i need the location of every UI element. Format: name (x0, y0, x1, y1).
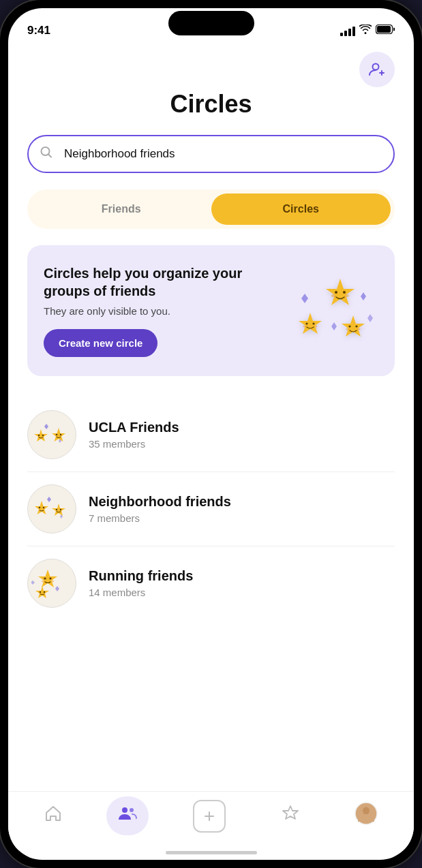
svg-point-20 (39, 507, 41, 509)
circle-info-neighborhood: Neighborhood friends 7 members (89, 494, 395, 524)
svg-point-15 (357, 328, 361, 330)
stars-illustration (283, 273, 378, 348)
svg-point-19 (60, 434, 62, 436)
status-time: 9:41 (27, 24, 50, 37)
list-item[interactable]: Neighborhood friends 7 members (27, 472, 395, 546)
info-card: Circles help you organize your groups of… (27, 245, 395, 376)
svg-point-26 (42, 580, 44, 583)
svg-point-23 (60, 509, 61, 510)
add-user-button[interactable] (359, 52, 395, 87)
svg-point-27 (51, 580, 54, 583)
profile-avatar-icon (355, 802, 378, 830)
circle-members: 14 members (89, 587, 395, 598)
circle-members: 7 members (89, 512, 395, 524)
status-icons (340, 25, 395, 37)
people-icon (117, 805, 138, 827)
svg-point-14 (346, 328, 350, 330)
signal-bars-icon (340, 25, 355, 36)
svg-point-5 (343, 291, 346, 294)
circle-avatar-neighborhood (27, 484, 76, 533)
search-container (27, 135, 395, 173)
svg-point-9 (312, 322, 314, 324)
svg-point-22 (56, 509, 57, 510)
circle-info-ucla: UCLA Friends 35 members (89, 420, 395, 450)
info-card-subtitle: They are only visible to you. (44, 305, 275, 317)
nav-item-home[interactable] (33, 799, 73, 833)
home-icon (44, 805, 62, 827)
dynamic-island (168, 11, 254, 35)
svg-point-17 (42, 435, 44, 436)
bottom-nav (8, 791, 414, 851)
info-card-text: Circles help you organize your groups of… (44, 264, 275, 357)
circle-list: UCLA Friends 35 members (27, 398, 395, 620)
svg-rect-1 (377, 26, 391, 33)
svg-point-11 (314, 326, 318, 328)
svg-point-28 (40, 591, 41, 593)
info-card-title: Circles help you organize your groups of… (44, 264, 275, 300)
circle-name: Running friends (89, 568, 395, 584)
svg-point-7 (345, 294, 349, 297)
svg-point-25 (49, 577, 51, 579)
add-icon (193, 800, 226, 833)
wifi-icon (359, 25, 372, 37)
svg-point-18 (56, 434, 58, 436)
phone-frame: 9:41 (0, 0, 422, 868)
nav-item-profile[interactable] (344, 796, 389, 835)
svg-point-10 (303, 326, 307, 328)
star-icon (282, 805, 299, 827)
circle-members: 35 members (89, 438, 395, 450)
svg-point-12 (348, 325, 350, 327)
circle-info-running: Running friends 14 members (89, 568, 395, 598)
circle-name: UCLA Friends (89, 420, 395, 435)
svg-point-2 (373, 64, 379, 70)
svg-point-16 (38, 435, 40, 436)
svg-point-33 (363, 807, 370, 815)
search-input[interactable] (27, 135, 395, 173)
svg-point-6 (331, 294, 335, 297)
svg-point-8 (305, 322, 307, 324)
svg-point-29 (44, 591, 45, 593)
nav-item-favorites[interactable] (271, 799, 310, 833)
screen-content: Circles Friends Circles Circles (8, 44, 414, 791)
tab-circles[interactable]: Circles (211, 193, 391, 225)
nav-item-add[interactable] (182, 794, 237, 838)
nav-item-friends[interactable] (106, 796, 149, 835)
person-plus-icon (368, 61, 386, 78)
svg-point-4 (335, 291, 337, 294)
list-item[interactable]: UCLA Friends 35 members (27, 398, 395, 472)
svg-point-21 (43, 507, 45, 509)
phone-screen: 9:41 (8, 8, 414, 860)
search-icon (40, 146, 53, 163)
svg-point-31 (130, 808, 134, 812)
svg-point-13 (355, 325, 357, 327)
tab-friends[interactable]: Friends (31, 193, 211, 225)
page-header (27, 44, 395, 87)
page-title: Circles (27, 90, 395, 119)
svg-point-30 (122, 807, 127, 813)
home-indicator (166, 851, 257, 854)
circle-avatar-running (27, 559, 76, 608)
create-circle-button[interactable]: Create new circle (44, 329, 157, 357)
battery-icon (376, 25, 395, 37)
list-item[interactable]: Running friends 14 members (27, 546, 395, 620)
tabs-container: Friends Circles (27, 189, 395, 229)
stars-svg (283, 273, 378, 355)
circle-avatar-ucla (27, 410, 76, 459)
circle-name: Neighborhood friends (89, 494, 395, 510)
svg-point-24 (44, 577, 46, 579)
